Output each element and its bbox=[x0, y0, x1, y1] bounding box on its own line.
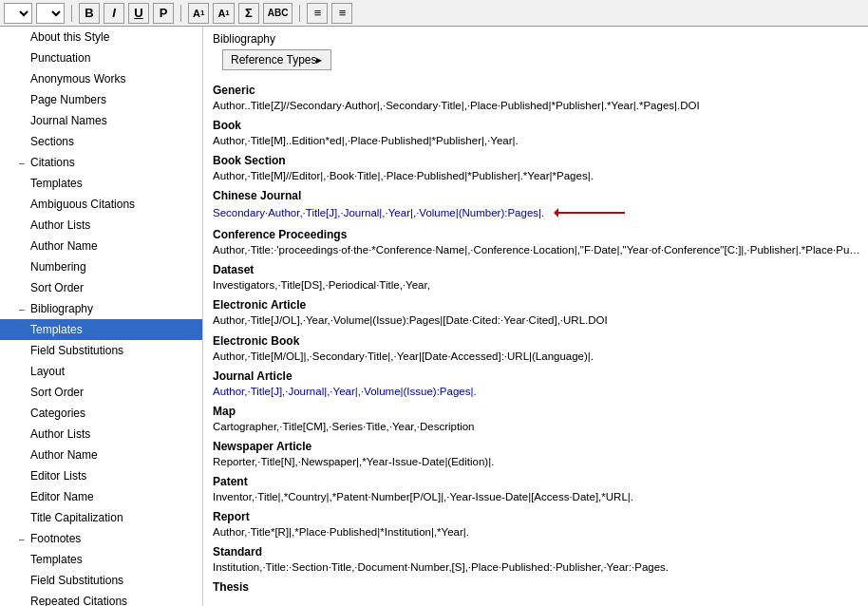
ref-template-9: Cartographer,·Title[CM],·Series·Title,·Y… bbox=[213, 421, 474, 432]
ref-entry-5: DatasetInvestigators,·Title[DS],·Periodi… bbox=[213, 263, 859, 293]
sidebar-item-label-templates-foot: Templates bbox=[30, 553, 83, 566]
superscript-button[interactable]: A1 bbox=[188, 3, 209, 24]
sidebar-item-author-lists-bib[interactable]: Author Lists bbox=[0, 424, 202, 445]
ref-type-label-10: Newspaper Article bbox=[213, 440, 859, 453]
sidebar-item-label-editor-lists: Editor Lists bbox=[30, 469, 86, 483]
bold-button[interactable]: B bbox=[79, 3, 100, 24]
sidebar-item-label-bibliography: Bibliography bbox=[30, 302, 93, 315]
ref-template-10: Reporter,·Title[N],·Newspaper|,*Year-Iss… bbox=[213, 456, 494, 467]
sidebar-item-label-author-name-cit: Author Name bbox=[30, 239, 98, 253]
ref-template-3: Secondary·Author,·Title[J],·Journal|,·Ye… bbox=[213, 205, 544, 220]
sidebar-item-numbering[interactable]: Numbering bbox=[0, 256, 202, 277]
sidebar-item-label-journal-names: Journal Names bbox=[30, 114, 107, 127]
ref-entry-9: MapCartographer,·Title[CM],·Series·Title… bbox=[213, 405, 859, 434]
sidebar-item-ambiguous[interactable]: Ambiguous Citations bbox=[0, 194, 202, 215]
sidebar-item-label-author-lists-cit: Author Lists bbox=[30, 218, 90, 232]
sidebar-item-editor-lists[interactable]: Editor Lists bbox=[0, 465, 202, 486]
sidebar-item-label-templates-cit: Templates bbox=[30, 177, 83, 190]
sidebar-item-author-name-cit[interactable]: Author Name bbox=[0, 236, 202, 256]
main-area: About this StylePunctuationAnonymous Wor… bbox=[0, 27, 868, 606]
sidebar-item-label-layout: Layout bbox=[30, 365, 65, 378]
ref-template-6: Author,·Title[J/OL],·Year,·Volume|(Issue… bbox=[213, 314, 608, 326]
sidebar-item-citations[interactable]: –Citations bbox=[0, 152, 202, 173]
sidebar-item-page-numbers[interactable]: Page Numbers bbox=[0, 89, 202, 110]
ref-type-label-2: Book Section bbox=[213, 154, 859, 167]
ref-type-label-0: Generic bbox=[213, 84, 859, 97]
ref-template-11: Inventor,·Title|,*Country|,*Patent·Numbe… bbox=[213, 491, 633, 502]
sidebar-item-label-author-name-bib: Author Name bbox=[30, 448, 98, 462]
ref-template-12: Author,·Title*[R]|,*Place·Published|*Ins… bbox=[213, 526, 469, 538]
sidebar-item-label-citations: Citations bbox=[30, 156, 75, 169]
sidebar-item-label-numbering: Numbering bbox=[30, 260, 86, 274]
ref-entry-7: Electronic BookAuthor,·Title[M/OL]|,·Sec… bbox=[213, 334, 859, 364]
plain-button[interactable]: P bbox=[153, 3, 174, 24]
ref-template-5: Investigators,·Title[DS],·Periodical·Tit… bbox=[213, 279, 430, 291]
sidebar-item-journal-names[interactable]: Journal Names bbox=[0, 110, 202, 131]
right-panel: Bibliography Reference Types▸ GenericAut… bbox=[203, 27, 868, 606]
abc-button[interactable]: ABC bbox=[263, 3, 293, 24]
left-panel: About this StylePunctuationAnonymous Wor… bbox=[0, 27, 203, 606]
sidebar-item-author-name-bib[interactable]: Author Name bbox=[0, 445, 202, 465]
ref-type-label-6: Electronic Article bbox=[213, 298, 859, 312]
ref-type-label-13: Standard bbox=[213, 545, 859, 559]
ref-type-label-3: Chinese Journal bbox=[213, 189, 859, 202]
sidebar-item-categories[interactable]: Categories bbox=[0, 403, 202, 424]
ref-entry-12: ReportAuthor,·Title*[R]|,*Place·Publishe… bbox=[213, 510, 859, 540]
sidebar-item-sections[interactable]: Sections bbox=[0, 131, 202, 152]
sidebar-item-label-ambiguous: Ambiguous Citations bbox=[30, 198, 135, 211]
toolbar: Plain Font Plain Size B I U P A1 A1 Σ AB… bbox=[0, 0, 868, 27]
sidebar-item-templates-bib[interactable]: Templates bbox=[0, 319, 202, 340]
underline-button[interactable]: U bbox=[128, 3, 149, 24]
ref-type-label-4: Conference Proceedings bbox=[213, 228, 859, 241]
sidebar-item-templates-cit[interactable]: Templates bbox=[0, 173, 202, 194]
sidebar-item-field-sub[interactable]: Field Substitutions bbox=[0, 340, 202, 361]
svg-marker-1 bbox=[554, 208, 558, 218]
sidebar-item-label-author-lists-bib: Author Lists bbox=[30, 427, 90, 441]
ref-entry-3: Chinese JournalSecondary·Author,·Title[J… bbox=[213, 189, 859, 222]
toolbar-separator-2 bbox=[180, 5, 181, 22]
ref-type-label-12: Report bbox=[213, 510, 859, 523]
subscript-button[interactable]: A1 bbox=[213, 3, 234, 24]
reference-types-button[interactable]: Reference Types▸ bbox=[222, 49, 331, 70]
italic-button[interactable]: I bbox=[104, 3, 124, 24]
sidebar-item-layout[interactable]: Layout bbox=[0, 361, 202, 382]
ref-entry-14: Thesis bbox=[213, 580, 859, 594]
sidebar-item-bibliography[interactable]: –Bibliography bbox=[0, 298, 202, 319]
font-select[interactable]: Plain Font bbox=[4, 3, 32, 24]
sidebar-item-label-templates-bib: Templates bbox=[30, 323, 83, 336]
sidebar-item-author-lists-cit[interactable]: Author Lists bbox=[0, 215, 202, 236]
sidebar-item-footnotes[interactable]: –Footnotes bbox=[0, 528, 202, 549]
ref-type-label-8: Journal Article bbox=[213, 369, 859, 383]
ref-type-label-7: Electronic Book bbox=[213, 334, 859, 348]
sigma-button[interactable]: Σ bbox=[238, 3, 259, 24]
align-right-button[interactable]: ≡ bbox=[331, 3, 352, 24]
ref-type-label-11: Patent bbox=[213, 475, 859, 488]
sidebar-item-label-page-numbers: Page Numbers bbox=[30, 93, 106, 106]
sidebar-item-field-sub-foot[interactable]: Field Substitutions bbox=[0, 570, 202, 591]
sidebar-item-label-footnotes: Footnotes bbox=[30, 532, 81, 545]
ref-entry-1: BookAuthor,·Title[M]..Edition*ed|,·Place… bbox=[213, 119, 859, 148]
sidebar-item-anonymous[interactable]: Anonymous Works bbox=[0, 68, 202, 89]
sidebar-item-label-field-sub-foot: Field Substitutions bbox=[30, 574, 123, 587]
sidebar-item-label-sort-order-bib: Sort Order bbox=[30, 386, 84, 399]
ref-template-4: Author,·Title:·'proceedings·of·the·*Conf… bbox=[213, 244, 860, 256]
sidebar-item-about[interactable]: About this Style bbox=[0, 27, 202, 47]
ref-entry-10: Newspaper ArticleReporter,·Title[N],·New… bbox=[213, 440, 859, 469]
sidebar-item-label-sections: Sections bbox=[30, 135, 74, 148]
sidebar-item-templates-foot[interactable]: Templates bbox=[0, 549, 202, 570]
sidebar-item-editor-name[interactable]: Editor Name bbox=[0, 486, 202, 507]
sidebar-item-sort-order-bib[interactable]: Sort Order bbox=[0, 382, 202, 403]
sidebar-item-repeated[interactable]: Repeated Citations bbox=[0, 591, 202, 606]
sidebar-item-punctuation[interactable]: Punctuation bbox=[0, 47, 202, 68]
ref-entry-13: StandardInstitution,·Title:·Section·Titl… bbox=[213, 545, 859, 575]
ref-type-label-9: Map bbox=[213, 405, 859, 418]
sidebar-item-title-cap[interactable]: Title Capitalization bbox=[0, 507, 202, 528]
reference-list: GenericAuthor..Title[Z]//Secondary·Autho… bbox=[203, 84, 868, 594]
ref-entry-4: Conference ProceedingsAuthor,·Title:·'pr… bbox=[213, 228, 859, 257]
ref-template-13: Institution,·Title:·Section·Title,·Docum… bbox=[213, 561, 669, 573]
align-left-button[interactable]: ≡ bbox=[307, 3, 328, 24]
sidebar-item-label-punctuation: Punctuation bbox=[30, 51, 90, 65]
toolbar-separator-3 bbox=[299, 5, 300, 22]
size-select[interactable]: Plain Size bbox=[36, 3, 65, 24]
sidebar-item-sort-order-cit[interactable]: Sort Order bbox=[0, 277, 202, 298]
